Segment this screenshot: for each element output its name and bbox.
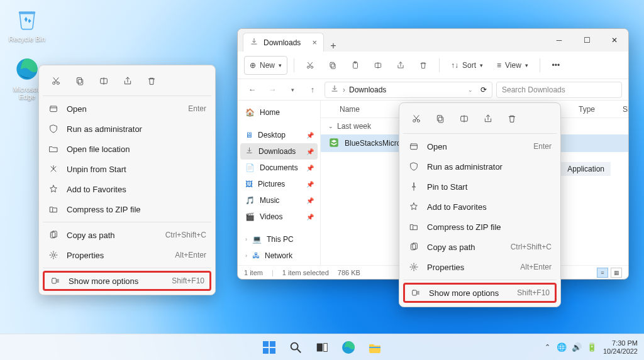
svg-rect-35 [437,116,441,121]
svg-rect-7 [77,78,81,84]
delete-icon[interactable] [141,72,162,90]
cut-icon[interactable] [406,109,427,128]
cut-icon[interactable] [301,56,319,75]
pin-icon: 📌 [306,165,314,172]
sidebar-desktop[interactable]: 🖥Desktop📌 [240,127,318,143]
task-view-button[interactable] [311,336,333,359]
volume-icon[interactable]: 🔊 [572,342,582,352]
menu-open[interactable]: OpenEnter [43,99,211,119]
menu-zip[interactable]: Compress to ZIP file [43,199,211,219]
minimize-button[interactable]: ─ [545,29,573,52]
start-button[interactable] [258,336,280,359]
breadcrumb[interactable]: › Downloads ⌄ ⟳ [325,82,492,98]
maximize-button[interactable]: ☐ [573,29,601,52]
back-button[interactable]: ← [244,82,260,98]
time: 7:30 PM [603,339,638,347]
chevron-down-icon: ⌄ [328,123,333,129]
menu-unpin-start[interactable]: Unpin from Start [43,159,211,179]
sidebar-pictures[interactable]: 🖼Pictures📌 [240,176,318,192]
cut-icon[interactable] [45,72,67,90]
more-button[interactable]: ••• [547,56,565,75]
sidebar-home[interactable]: 🏠Home [240,104,318,121]
up-button[interactable]: ↑ [304,82,321,98]
menu-properties[interactable]: PropertiesAlt+Enter [403,257,557,277]
menu-open-location[interactable]: Open file location [43,139,211,159]
copy-icon[interactable] [69,72,91,90]
new-button[interactable]: ⊕New▾ [244,56,287,75]
copy-icon[interactable] [323,56,342,75]
pin-icon: 📌 [306,214,314,221]
pin-icon: 📌 [306,197,314,204]
details-view-icon[interactable]: ≡ [597,268,608,278]
folder-open-icon [48,144,59,154]
svg-rect-47 [263,348,269,354]
sidebar-documents[interactable]: 📄Documents📌 [240,160,318,176]
menu-run-admin[interactable]: Run as administrator [43,119,211,139]
share-icon[interactable] [477,109,499,128]
svg-rect-10 [50,106,57,112]
menu-pin-start[interactable]: Pin to Start [403,177,557,197]
battery-icon[interactable]: 🔋 [587,342,597,352]
desktop-context-menu: OpenEnter Run as administrator Open file… [38,65,216,295]
explorer-taskbar-icon[interactable] [364,336,386,359]
tab-close-icon[interactable]: × [312,38,317,47]
tray-chevron-icon[interactable]: ⌃ [545,343,550,351]
close-button[interactable]: ✕ [601,29,628,52]
paste-icon[interactable] [346,56,365,75]
sidebar-thispc[interactable]: ›💻This PC [240,231,318,248]
sidebar-videos[interactable]: 🎬Videos📌 [240,209,318,225]
delete-icon[interactable] [414,56,433,75]
menu-zip[interactable]: Compress to ZIP file [403,217,557,237]
svg-point-14 [52,254,55,256]
sort-button[interactable]: ↑↓Sort▾ [446,56,488,75]
forward-button[interactable]: → [264,82,280,98]
star-icon [48,184,59,194]
clock[interactable]: 7:30 PM 10/24/2022 [603,339,638,355]
menu-favorites[interactable]: Add to Favorites [403,197,557,217]
edge-taskbar-icon[interactable] [337,336,360,359]
context-quick-actions [43,69,211,96]
rename-icon[interactable] [369,56,387,75]
svg-point-49 [291,342,298,349]
chevron-down-icon[interactable]: ▾ [284,82,301,98]
refresh-icon[interactable]: ⟳ [480,85,487,94]
delete-icon[interactable] [501,109,523,128]
svg-rect-22 [330,62,334,67]
taskbar: ⌃ 🌐 🔊 🔋 7:30 PM 10/24/2022 [0,334,644,360]
videos-icon: 🎬 [245,212,255,221]
menu-copy-path[interactable]: Copy as pathCtrl+Shift+C [403,237,557,257]
col-type[interactable]: Type [572,105,616,114]
new-tab-button[interactable]: + [324,40,343,52]
shield-icon [48,124,59,134]
chevron-down-icon[interactable]: ⌄ [468,87,473,93]
svg-point-43 [413,266,415,268]
file-type: Application [561,162,611,176]
menu-run-admin[interactable]: Run as administrator [403,156,557,177]
tab-downloads[interactable]: Downloads × [243,33,324,52]
download-icon [250,37,258,48]
icons-view-icon[interactable]: ▦ [611,268,622,278]
network-icon[interactable]: 🌐 [557,342,567,352]
menu-properties[interactable]: PropertiesAlt+Enter [43,245,211,265]
pin-icon: 📌 [306,132,314,139]
share-icon[interactable] [391,56,410,75]
desktop-icon: 🖥 [245,131,253,139]
col-size[interactable]: Size [616,105,628,114]
view-button[interactable]: ≡View▾ [492,56,533,75]
menu-favorites[interactable]: Add to Favorites [43,179,211,199]
search-button[interactable] [284,336,307,359]
menu-open[interactable]: OpenEnter [403,136,557,156]
status-selected: 1 item selected [282,269,329,276]
rename-icon[interactable] [93,72,114,90]
copy-icon[interactable] [430,109,451,128]
menu-copy-path[interactable]: Copy as pathCtrl+Shift+C [43,225,211,245]
sidebar-downloads[interactable]: Downloads📌 [240,143,318,160]
menu-show-more[interactable]: Show more optionsShift+F10 [403,283,557,303]
share-icon[interactable] [117,72,138,90]
menu-show-more[interactable]: Show more optionsShift+F10 [43,271,211,291]
search-input[interactable]: Search Downloads [496,82,622,98]
sidebar-music[interactable]: 🎵Music📌 [240,192,318,209]
rename-icon[interactable] [453,109,475,128]
sidebar-network[interactable]: ›🖧Network [240,248,318,264]
recycle-bin-desktop-icon[interactable]: Recycle Bin [5,5,49,43]
